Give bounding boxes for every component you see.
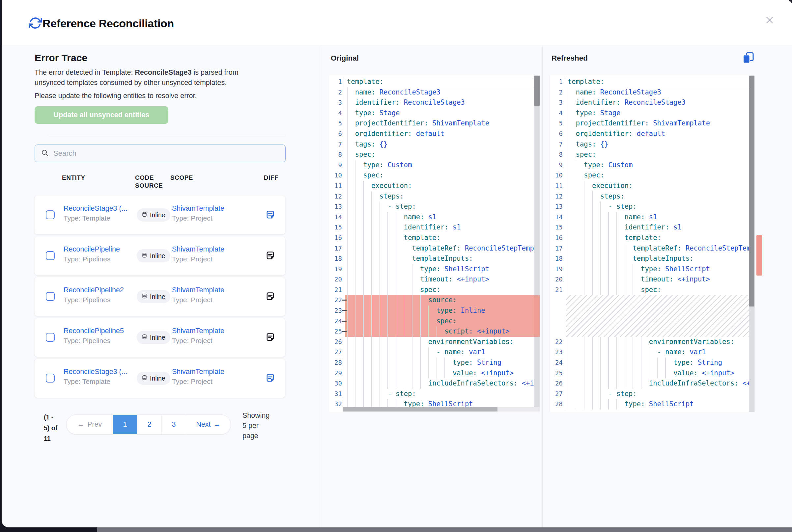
- original-horizontal-scrollbar-thumb[interactable]: [343, 407, 497, 412]
- pagination-prev-button[interactable]: ←Prev: [67, 415, 113, 434]
- code-row: 5projectIdentifier: ShivamTemplate: [550, 118, 754, 129]
- scope-link[interactable]: ShivamTemplate: [172, 368, 224, 376]
- refreshed-label: Refreshed: [552, 54, 588, 62]
- code-line: type: ShellScript: [345, 264, 540, 274]
- table-row: ReconcileStage3 (... Type: Template Inli…: [35, 359, 285, 398]
- line-number: 1: [329, 77, 345, 87]
- line-number: 13: [550, 202, 566, 212]
- scope-link[interactable]: ShivamTemplate: [172, 327, 224, 335]
- line-number: 22: [550, 337, 566, 347]
- code-line: spec:: [566, 285, 754, 295]
- page-title: Reference Reconciliation: [42, 17, 174, 30]
- code-row: 29value: <+input>: [329, 368, 540, 379]
- divider: [50, 137, 286, 137]
- entity-link[interactable]: ReconcilePipeline: [63, 245, 120, 253]
- pagination-next-button[interactable]: Next→: [186, 415, 231, 434]
- entity-link[interactable]: ReconcilePipeline2: [63, 286, 124, 294]
- pagination-range-line: 5) of: [44, 423, 57, 434]
- scope-link[interactable]: ShivamTemplate: [172, 205, 224, 212]
- code-row: 23- name: var1: [550, 347, 754, 358]
- scope-cell: ShivamTemplate Type: Project: [172, 286, 256, 304]
- code-row: 6orgIdentifier: default: [329, 129, 540, 139]
- original-vertical-scrollbar-thumb[interactable]: [534, 76, 540, 106]
- code-row: 10spec:: [550, 170, 754, 181]
- removed-line-tick: [342, 331, 347, 332]
- code-row: 12steps:: [329, 191, 540, 202]
- code-line: spec:: [345, 170, 540, 181]
- code-row: 21spec:: [550, 285, 754, 295]
- code-row: 20timeout: <+input>: [550, 274, 754, 285]
- diff-gap-hatch: [550, 295, 754, 337]
- entity-link[interactable]: ReconcileStage3 (...: [63, 205, 128, 212]
- entity-table: ReconcileStage3 (... Type: Template Inli…: [35, 195, 285, 400]
- file-note-icon[interactable]: [265, 210, 276, 220]
- code-line: - step:: [566, 202, 754, 212]
- code-row: 25value: <+input>: [550, 368, 754, 379]
- refreshed-vertical-scrollbar[interactable]: [749, 75, 754, 412]
- file-note-icon[interactable]: [265, 291, 276, 302]
- code-line: identifier: ReconcileStage3: [566, 97, 754, 108]
- code-line: - name: var1: [566, 347, 754, 358]
- file-note-icon[interactable]: [265, 250, 276, 261]
- close-icon[interactable]: [762, 13, 777, 28]
- search-box[interactable]: [35, 145, 286, 162]
- code-row: 15identifier: s1: [329, 222, 540, 233]
- update-all-button[interactable]: Update all unsynced entities: [35, 106, 168, 124]
- code-line: orgIdentifier: default: [566, 129, 754, 139]
- code-row: 7tags: {}: [329, 139, 540, 150]
- entity-cell: ReconcileStage3 (... Type: Template: [63, 368, 134, 385]
- column-header-code-source: CODE SOURCE: [135, 174, 165, 190]
- code-row: 9type: Custom: [550, 160, 754, 171]
- line-number: 12: [550, 191, 566, 202]
- code-row: 18templateInputs:: [550, 253, 754, 264]
- table-row: ReconcilePipeline Type: Pipelines Inline…: [35, 236, 285, 275]
- code-row: 24spec:: [329, 316, 540, 327]
- scope-type: Type: Project: [172, 296, 256, 304]
- refreshed-vertical-scrollbar-thumb[interactable]: [749, 76, 754, 306]
- original-vertical-scrollbar[interactable]: [534, 75, 540, 407]
- row-checkbox[interactable]: [46, 210, 55, 219]
- page-size-text: Showing 5 per page: [242, 411, 282, 441]
- code-line: includeInfraSelectors: <+input>: [345, 378, 540, 389]
- pagination-page-1[interactable]: 1: [113, 415, 137, 434]
- original-code-lines: 1template:2name: ReconcileStage33identif…: [329, 77, 540, 410]
- pagination-page-3[interactable]: 3: [162, 415, 186, 434]
- code-line: type: String: [566, 358, 754, 368]
- pagination: ←Prev 123 Next→: [66, 415, 231, 435]
- code-line: includeInfraSelectors: <+input>: [566, 378, 754, 389]
- file-note-icon[interactable]: [265, 332, 276, 343]
- line-number: 27: [550, 389, 566, 399]
- original-horizontal-scrollbar[interactable]: [343, 407, 540, 412]
- code-row: 2name: ReconcileStage3: [329, 87, 540, 98]
- pagination-range-line: (1 -: [44, 412, 57, 423]
- line-number: 20: [550, 274, 566, 285]
- code-line: type: Stage: [566, 108, 754, 118]
- code-line: identifier: s1: [566, 222, 754, 233]
- row-checkbox[interactable]: [46, 292, 55, 301]
- row-checkbox[interactable]: [46, 251, 55, 260]
- code-row: 12steps:: [550, 191, 754, 202]
- row-checkbox[interactable]: [46, 374, 55, 382]
- code-row: 17templateRef: ReconcileStepTemplate: [550, 243, 754, 254]
- line-number: 9: [329, 160, 345, 171]
- copy-icon[interactable]: [741, 50, 756, 65]
- scope-link[interactable]: ShivamTemplate: [172, 245, 224, 253]
- search-input[interactable]: [53, 149, 279, 158]
- code-source-label: Inline: [150, 252, 165, 260]
- entity-link[interactable]: ReconcileStage3 (...: [63, 368, 128, 376]
- code-line: environmentVariables:: [345, 337, 540, 347]
- code-line: environmentVariables:: [566, 337, 754, 347]
- code-line: source:: [345, 295, 540, 305]
- table-row: ReconcilePipeline5 Type: Pipelines Inlin…: [35, 318, 285, 357]
- line-number: 6: [329, 129, 345, 139]
- file-note-icon[interactable]: [265, 373, 276, 383]
- row-checkbox[interactable]: [46, 333, 55, 342]
- line-number: 24: [550, 358, 566, 368]
- page-horizontal-scrollbar-thumb[interactable]: [97, 527, 792, 532]
- scope-link[interactable]: ShivamTemplate: [172, 286, 224, 294]
- pagination-page-2[interactable]: 2: [137, 415, 162, 434]
- entity-link[interactable]: ReconcilePipeline5: [63, 327, 124, 335]
- code-line: - step:: [345, 202, 540, 212]
- scope-type: Type: Project: [172, 337, 256, 345]
- original-label: Original: [331, 54, 359, 62]
